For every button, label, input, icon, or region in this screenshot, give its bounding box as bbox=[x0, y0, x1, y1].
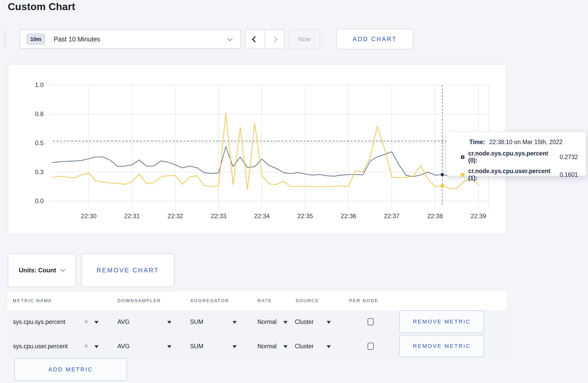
custom-chart-page: Custom Chart 10m Past 10 Minutes Now ADD… bbox=[0, 0, 588, 383]
tooltip-time-value: 22:38:10 on Mar 15th, 2022 bbox=[489, 139, 563, 145]
tooltip-series-value: 0.1601 bbox=[560, 171, 578, 178]
chevron-right-icon bbox=[271, 36, 277, 42]
metrics-table-header: METRIC NAME DOWNSAMPLER AGGREGATOR RATE … bbox=[8, 292, 506, 310]
toolbar-left-divider bbox=[5, 31, 5, 49]
svg-text:0.0: 0.0 bbox=[35, 197, 44, 204]
clear-icon[interactable]: ✕ bbox=[84, 318, 88, 325]
units-label: Units: Count bbox=[19, 267, 56, 274]
caret-down-icon[interactable] bbox=[233, 321, 237, 324]
caret-down-icon[interactable] bbox=[327, 321, 331, 324]
tooltip-time-label: Time: bbox=[469, 139, 485, 145]
remove-metric-button[interactable]: REMOVE METRIC bbox=[399, 310, 484, 333]
svg-text:22:33: 22:33 bbox=[211, 212, 226, 219]
source-select[interactable]: Cluster bbox=[295, 343, 314, 350]
downsampler-select[interactable]: AVG bbox=[117, 318, 130, 325]
svg-text:22:36: 22:36 bbox=[341, 212, 356, 219]
chevron-left-icon bbox=[252, 36, 258, 42]
page-title: Custom Chart bbox=[8, 1, 75, 12]
header-metric-name: METRIC NAME bbox=[13, 298, 52, 303]
time-back-button[interactable] bbox=[246, 30, 265, 48]
caret-down-icon[interactable] bbox=[327, 345, 331, 348]
per-node-checkbox[interactable] bbox=[368, 343, 374, 350]
cpu-usage-chart[interactable]: 0.00.30.50.81.022:3022:3122:3222:3322:34… bbox=[8, 65, 506, 234]
downsampler-select[interactable]: AVG bbox=[117, 343, 130, 350]
svg-text:0.3: 0.3 bbox=[35, 168, 44, 175]
header-rate: RATE bbox=[257, 298, 272, 303]
add-chart-button[interactable]: ADD CHART bbox=[336, 29, 413, 49]
svg-text:0.8: 0.8 bbox=[35, 110, 44, 117]
metric-row-sys: sys.cpu.sys.percent ✕ AVG SUM Normal Clu… bbox=[8, 310, 506, 334]
tooltip-series-name: cr.node.sys.cpu.sys.percent (0): bbox=[468, 150, 556, 164]
chart-card: 0.00.30.50.81.022:3022:3122:3222:3322:34… bbox=[8, 64, 506, 235]
svg-text:22:37: 22:37 bbox=[384, 212, 400, 219]
clear-icon[interactable]: ✕ bbox=[84, 343, 88, 350]
remove-metric-button[interactable]: REMOVE METRIC bbox=[399, 335, 484, 357]
time-forward-button[interactable] bbox=[265, 30, 284, 48]
svg-text:0.5: 0.5 bbox=[35, 139, 44, 146]
aggregator-select[interactable]: SUM bbox=[190, 343, 203, 350]
header-source: SOURCE bbox=[296, 298, 319, 303]
now-button[interactable]: Now bbox=[289, 29, 320, 49]
tooltip-series-row: cr.node.sys.cpu.user.percent (1): 0.1601 bbox=[461, 168, 578, 182]
svg-text:22:38: 22:38 bbox=[427, 212, 443, 219]
per-node-checkbox[interactable] bbox=[368, 318, 374, 325]
time-range-badge: 10m bbox=[26, 33, 45, 45]
metric-row-user: sys.cpu.user.percent ✕ AVG SUM Normal Cl… bbox=[8, 334, 506, 358]
time-range-label: Past 10 Minutes bbox=[54, 36, 100, 43]
tooltip-series-value: 0.2732 bbox=[560, 154, 578, 161]
chevron-down-icon bbox=[227, 36, 233, 41]
header-aggregator: AGGREGATOR bbox=[190, 298, 229, 303]
rate-select[interactable]: Normal bbox=[257, 343, 277, 350]
caret-down-icon[interactable] bbox=[283, 321, 288, 324]
chevron-down-icon bbox=[61, 267, 65, 272]
svg-text:22:35: 22:35 bbox=[297, 212, 313, 219]
svg-text:22:30: 22:30 bbox=[81, 212, 96, 219]
series-sys-swatch-icon bbox=[461, 155, 464, 159]
time-nav-buttons bbox=[245, 29, 284, 49]
rate-select[interactable]: Normal bbox=[257, 318, 277, 325]
svg-text:22:34: 22:34 bbox=[254, 212, 270, 219]
tooltip-time-row: Time:22:38:10 on Mar 15th, 2022 bbox=[469, 139, 578, 146]
svg-text:1.0: 1.0 bbox=[35, 81, 44, 88]
svg-text:22:32: 22:32 bbox=[167, 212, 183, 219]
source-select[interactable]: Cluster bbox=[295, 318, 314, 325]
caret-down-icon[interactable] bbox=[233, 345, 237, 348]
metric-name-select[interactable]: sys.cpu.user.percent bbox=[13, 343, 68, 350]
time-range-select[interactable]: 10m Past 10 Minutes bbox=[19, 29, 241, 49]
caret-down-icon[interactable] bbox=[167, 345, 171, 348]
header-per-node: PER NODE bbox=[349, 298, 379, 303]
caret-down-icon[interactable] bbox=[167, 321, 171, 324]
header-downsampler: DOWNSAMPLER bbox=[117, 298, 161, 303]
aggregator-select[interactable]: SUM bbox=[190, 318, 203, 325]
add-metric-button[interactable]: ADD METRIC bbox=[14, 358, 127, 381]
metric-name-select[interactable]: sys.cpu.sys.percent bbox=[13, 318, 65, 325]
chart-hover-tooltip: Time:22:38:10 on Mar 15th, 2022 cr.node.… bbox=[446, 132, 586, 176]
svg-text:22:31: 22:31 bbox=[124, 212, 140, 219]
tooltip-series-row: cr.node.sys.cpu.sys.percent (0): 0.2732 bbox=[461, 150, 578, 164]
caret-down-icon[interactable] bbox=[94, 345, 99, 348]
remove-chart-button[interactable]: REMOVE CHART bbox=[81, 253, 174, 287]
caret-down-icon[interactable] bbox=[283, 345, 288, 348]
svg-text:22:39: 22:39 bbox=[471, 212, 486, 219]
tooltip-series-name: cr.node.sys.cpu.user.percent (1): bbox=[468, 168, 556, 182]
units-dropdown[interactable]: Units: Count bbox=[8, 253, 76, 287]
caret-down-icon[interactable] bbox=[94, 321, 99, 324]
series-user-swatch-icon bbox=[461, 173, 464, 176]
